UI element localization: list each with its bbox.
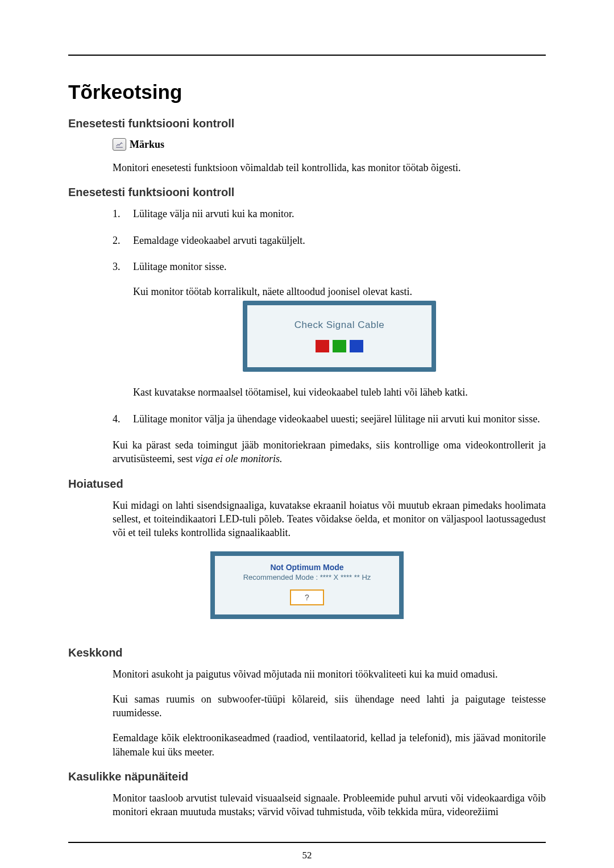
section-heading-tips: Kasulikke näpunäiteid (68, 770, 546, 783)
bottom-rule (68, 842, 546, 843)
text-run: Kui ka pärast seda toimingut jääb monito… (113, 439, 546, 464)
osd-help-button: ? (290, 589, 324, 605)
step-number: 3. (113, 260, 133, 400)
page-number: 52 (68, 850, 546, 861)
step-item: 3. Lülitage monitor sisse. Kui monitor t… (113, 260, 546, 400)
note-body: Monitori enesetesti funktsioon võimaldab… (113, 161, 546, 175)
section-heading-selftest-2: Enesetesti funktsiooni kontroll (68, 186, 546, 199)
section-heading-selftest-1: Enesetesti funktsiooni kontroll (68, 117, 546, 130)
top-rule (68, 55, 546, 56)
note-label: Märkus (130, 139, 164, 151)
step-text: Lülitage monitor sisse. (133, 260, 546, 273)
after-steps-paragraph: Kui ka pärast seda toimingut jääb monito… (113, 438, 546, 466)
osd-line-2: Recommended Mode : **** X **** ** Hz (221, 573, 393, 582)
green-square-icon (333, 340, 346, 352)
step-text: Lülitage välja nii arvuti kui ka monitor… (133, 207, 546, 221)
env-paragraph: Eemaldage kõik elektroonikaseadmed (raad… (113, 731, 546, 759)
step-number: 2. (113, 234, 133, 247)
page-title: Tõrkeotsing (68, 81, 546, 103)
osd-check-signal-cable: Check Signal Cable (243, 301, 436, 372)
step-text: Eemaldage videokaabel arvuti tagaküljelt… (133, 234, 546, 247)
step-item: 1. Lülitage välja nii arvuti kui ka moni… (113, 207, 546, 221)
steps-list: 1. Lülitage välja nii arvuti kui ka moni… (113, 207, 546, 426)
red-square-icon (316, 340, 329, 352)
note-icon (113, 138, 126, 151)
rgb-indicator (253, 340, 426, 352)
warnings-body: Kui midagi on lahti sisendsignaaliga, ku… (113, 499, 546, 540)
step-subtext: Kast kuvatakse normaalsel töötamisel, ku… (133, 385, 546, 399)
italic-text: viga ei ole monitoris. (195, 453, 282, 464)
osd-not-optimum-mode: Not Optimum Mode Recommended Mode : ****… (210, 551, 404, 619)
blue-square-icon (350, 340, 363, 352)
step-subtext: Kui monitor töötab korralikult, näete al… (133, 285, 546, 298)
env-paragraph: Kui samas ruumis on subwoofer-tüüpi kõla… (113, 692, 546, 720)
osd-line-1: Not Optimum Mode (221, 563, 393, 572)
section-heading-warnings: Hoiatused (68, 477, 546, 491)
step-number: 1. (113, 207, 133, 221)
step-text: Lülitage monitor välja ja ühendage video… (133, 412, 546, 426)
env-paragraph: Monitori asukoht ja paigutus võivad mõju… (113, 667, 546, 681)
step-item: 2. Eemaldage videokaabel arvuti tagakülj… (113, 234, 546, 247)
section-heading-environment: Keskkond (68, 646, 546, 659)
osd-title: Check Signal Cable (253, 319, 426, 332)
step-item: 4. Lülitage monitor välja ja ühendage vi… (113, 412, 546, 426)
tips-paragraph: Monitor taasloob arvutist tulevaid visua… (113, 791, 546, 819)
note-row: Märkus (113, 138, 546, 151)
step-number: 4. (113, 412, 133, 426)
